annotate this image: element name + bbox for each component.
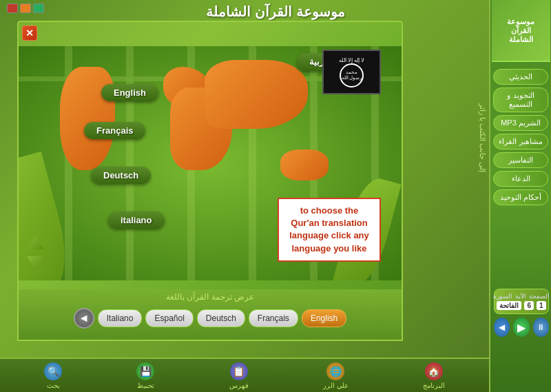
nav-buttons: ◀ ▶ ⏸ bbox=[494, 318, 549, 337]
page-controls: الصفحة الآية السورة 1 6 الفاتحة bbox=[494, 289, 549, 314]
content-area: ✕ العربية English bbox=[17, 21, 403, 310]
tooltip-box: to choose the Qur'an translation languag… bbox=[278, 198, 381, 262]
deutsch-bottom-button[interactable]: Deutsch bbox=[197, 309, 245, 327]
nav-item-program[interactable]: 🏠 البرنامج bbox=[423, 362, 445, 389]
main-window: موسوعة القرآن الشاملة موسوعةالقرآنالشامل… bbox=[0, 0, 551, 392]
italiano-lang-button[interactable]: italiano bbox=[108, 212, 165, 229]
app-title: موسوعة القرآن الشاملة bbox=[206, 3, 344, 20]
index-icon: 📋 bbox=[230, 362, 248, 380]
pause-button[interactable]: ⏸ bbox=[533, 318, 549, 337]
page-row: الصفحة الآية السورة bbox=[493, 293, 550, 300]
search-nav-label: بحث bbox=[47, 382, 60, 389]
nav-item-save[interactable]: 💾 تحبيظ bbox=[136, 362, 154, 389]
sidebar-item-tafseer[interactable]: التفاسير bbox=[493, 152, 548, 168]
continent-americas bbox=[60, 67, 115, 170]
flag-circle: محمد رسول الله bbox=[340, 63, 364, 87]
deutsch-lang-button[interactable]: Deutsch bbox=[91, 167, 151, 184]
sidebar-item-quran[interactable]: الشريم MP3 bbox=[493, 115, 548, 131]
sidebar-item-dua[interactable]: الدعاء bbox=[493, 171, 548, 187]
francais-lang-button[interactable]: Français bbox=[84, 122, 145, 139]
espanol-bottom-button[interactable]: Español bbox=[145, 309, 193, 327]
minimize-button[interactable] bbox=[20, 3, 31, 13]
save-nav-label: تحبيظ bbox=[137, 382, 154, 389]
prev-button[interactable]: ◄ bbox=[74, 308, 94, 329]
goto-nav-label: علي الرر bbox=[323, 382, 349, 389]
sidebar-logo: موسوعةالقرآنالشاملة bbox=[492, 0, 550, 62]
close-button[interactable] bbox=[7, 3, 18, 13]
bottom-nav: 🔍 بحث 💾 تحبيظ 📋 فهرس 🌐 علي الرر 🏠 البرنا… bbox=[0, 358, 489, 392]
sidebar-item-reciters[interactable]: مشاهير القراء bbox=[493, 134, 548, 149]
nav-item-goto[interactable]: 🌐 علي الرر bbox=[323, 362, 349, 389]
globe-area: العربية English Français Deutsch italian… bbox=[19, 46, 402, 280]
flag-area: لا إله إلا الله محمد رسول الله bbox=[322, 50, 381, 94]
close-frame-button[interactable]: ✕ bbox=[22, 25, 37, 41]
bottom-bar-title: عرض ترجمة القرآن باللغة bbox=[19, 289, 402, 305]
right-sidebar: موسوعةالقرآنالشاملة الحديثي التجويد و ال… bbox=[489, 0, 551, 392]
bottom-lang-buttons: ◄ Italiano Español Deutsch Français Engl… bbox=[19, 305, 402, 332]
continent-asia bbox=[205, 60, 308, 129]
maximize-button[interactable] bbox=[33, 3, 44, 13]
bottom-bar: عرض ترجمة القرآن باللغة ◄ Italiano Españ… bbox=[17, 289, 403, 341]
save-icon: 💾 bbox=[136, 362, 154, 380]
index-nav-label: فهرس bbox=[229, 382, 249, 389]
goto-icon: 🌐 bbox=[326, 362, 344, 380]
nav-item-search[interactable]: 🔍 بحث bbox=[44, 362, 62, 389]
window-controls bbox=[7, 3, 44, 13]
sidebar-item-hadeeth[interactable]: الحديثي bbox=[493, 69, 548, 85]
continent-australia bbox=[280, 149, 329, 180]
sidebar-menu: الحديثي التجويد و التسميع الشريم MP3 مشا… bbox=[493, 69, 548, 205]
italiano-bottom-button[interactable]: Italiano bbox=[98, 309, 143, 327]
sidebar-item-tajweed[interactable]: التجويد و التسميع bbox=[493, 87, 548, 112]
francais-bottom-button[interactable]: Français bbox=[249, 309, 298, 327]
program-nav-label: البرنامج bbox=[423, 382, 445, 389]
play-button[interactable]: ▶ bbox=[513, 318, 529, 337]
english-lang-button[interactable]: English bbox=[101, 84, 158, 101]
nav-item-index[interactable]: 📋 فهرس bbox=[229, 362, 249, 389]
globe-background: العربية English Français Deutsch italian… bbox=[19, 46, 402, 280]
scroll-left-button[interactable]: ◀ bbox=[494, 318, 510, 337]
sidebar-item-tawheed[interactable]: أحكام التوحيد bbox=[493, 189, 548, 205]
sidebar-vertical-text: إلى جانب الكتب يا زائر bbox=[479, 103, 488, 172]
program-icon: 🏠 bbox=[425, 362, 443, 380]
search-icon: 🔍 bbox=[44, 362, 62, 380]
english-bottom-button[interactable]: English bbox=[302, 309, 346, 327]
